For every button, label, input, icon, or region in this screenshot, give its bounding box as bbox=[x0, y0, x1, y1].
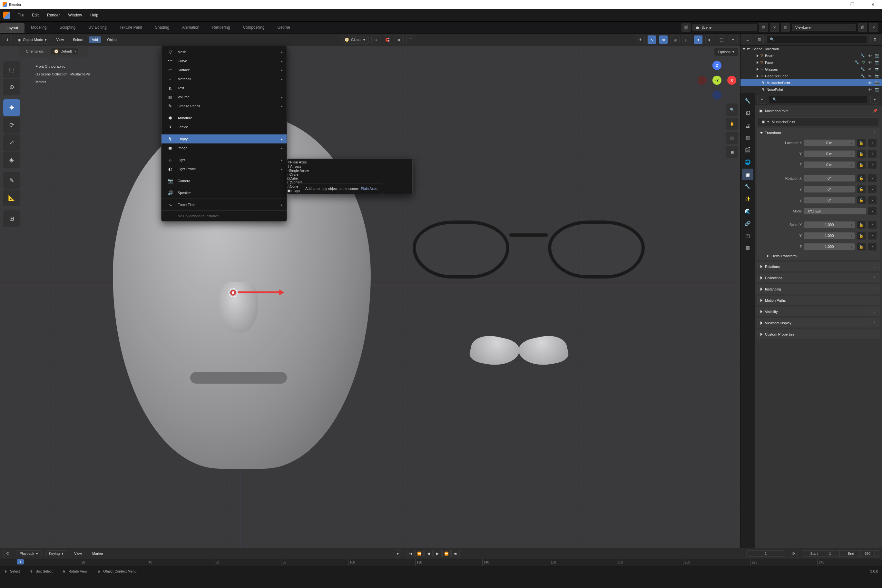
editor-type-button[interactable]: ⬍ bbox=[3, 35, 12, 44]
tool-move[interactable]: ✥ bbox=[3, 99, 20, 116]
viewlayer-browse-button[interactable]: ▥ bbox=[781, 23, 790, 32]
submenu-item[interactable]: ○Circle bbox=[287, 172, 412, 176]
prop-tab-data[interactable]: ◳ bbox=[742, 230, 753, 242]
gizmo-toggle[interactable]: ↖ bbox=[647, 35, 656, 44]
menu-render[interactable]: Render bbox=[43, 12, 63, 19]
window-maximize-button[interactable]: ❐ bbox=[846, 2, 859, 7]
visibility-icon[interactable]: 👁 bbox=[868, 81, 872, 85]
render-icon[interactable]: 📷 bbox=[875, 54, 879, 58]
add-menu-item[interactable]: ✎Grease Pencil▸ bbox=[162, 102, 286, 111]
axis-x-icon[interactable]: X bbox=[727, 76, 736, 85]
render-icon[interactable]: 📷 bbox=[875, 60, 879, 64]
tool-annotate[interactable]: ✎ bbox=[3, 172, 20, 189]
submenu-item[interactable]: □Cube bbox=[287, 176, 412, 180]
options-button[interactable]: Options▾ bbox=[714, 48, 738, 56]
outliner-type-button[interactable]: ≡ bbox=[743, 35, 752, 44]
transform-orientation[interactable]: 🧭Global▾ bbox=[341, 36, 369, 44]
props-type-button[interactable]: ≡ bbox=[757, 95, 766, 104]
tool-add-cube[interactable]: ⊞ bbox=[3, 210, 20, 227]
viewport-menu-select[interactable]: Select bbox=[70, 36, 86, 43]
jump-start-button[interactable]: ⏮ bbox=[406, 550, 415, 557]
panel-header[interactable]: Instancing⋮⋮ bbox=[757, 284, 880, 294]
prop-tab-material[interactable]: ▩ bbox=[742, 242, 753, 254]
disclosure-triangle-icon[interactable] bbox=[742, 48, 746, 50]
outliner-item[interactable]: ↯NosePoint👁📷 bbox=[741, 86, 882, 93]
outliner-filter-button[interactable]: ⚙ bbox=[870, 35, 879, 44]
add-menu-item[interactable]: 〰Curve▸ bbox=[162, 56, 286, 66]
prop-tab-render[interactable]: 🖼 bbox=[742, 107, 753, 119]
overlay-toggle[interactable]: ⊕ bbox=[659, 35, 668, 44]
menu-window[interactable]: Window bbox=[64, 12, 86, 19]
zoom-button[interactable]: 🔍 bbox=[726, 104, 738, 116]
axis-neg-y-icon[interactable]: -Y bbox=[712, 76, 722, 85]
tool-cursor[interactable]: ⊕ bbox=[3, 79, 20, 95]
current-frame-field[interactable]: 1 bbox=[746, 550, 785, 557]
3d-viewport[interactable]: ⬍ ▣Object Mode▾ View Select Add Object 🧭… bbox=[0, 33, 740, 548]
outliner-root[interactable]: 🗀 Scene Collection bbox=[741, 46, 882, 52]
panel-header-transform[interactable]: Transform⋮⋮ bbox=[757, 128, 880, 137]
add-menu-item[interactable]: ↘Force Field▸ bbox=[162, 200, 286, 209]
scene-delete-button[interactable]: ✕ bbox=[770, 23, 779, 32]
vertex-group-icon[interactable]: ▽ bbox=[862, 60, 865, 64]
add-menu-item[interactable]: ∘Metaball▸ bbox=[162, 75, 286, 84]
add-menu-item[interactable]: ☼Light▸ bbox=[162, 155, 286, 164]
props-search[interactable]: 🔍 bbox=[769, 96, 868, 103]
end-frame-field[interactable]: End 250 bbox=[840, 550, 879, 557]
timeline-type-button[interactable]: ⏱ bbox=[3, 549, 12, 558]
workspace-tab-sculpting[interactable]: Sculpting bbox=[53, 22, 82, 33]
camera-view-button[interactable]: 🎥 bbox=[726, 132, 738, 144]
prop-tab-physics[interactable]: 🌊 bbox=[742, 206, 753, 217]
mode-selector[interactable]: ▣Object Mode▾ bbox=[14, 36, 50, 44]
outliner-item[interactable]: ▽Face🔧▽👁📷 bbox=[741, 59, 882, 66]
prop-tab-particle[interactable]: ✨ bbox=[742, 193, 753, 205]
render-icon[interactable]: 📷 bbox=[875, 87, 879, 92]
blender-logo-icon[interactable] bbox=[3, 12, 10, 19]
prop-tab-world[interactable]: 🌐 bbox=[742, 156, 753, 168]
render-icon[interactable]: 📷 bbox=[875, 67, 879, 71]
rotation-y-field[interactable]: 0° bbox=[804, 186, 855, 192]
workspace-tab-compositing[interactable]: Compositing bbox=[237, 22, 271, 33]
mesh-mustache[interactable] bbox=[471, 336, 567, 372]
outliner-item[interactable]: ▽Glasses🔧👁📷 bbox=[741, 66, 882, 72]
location-z-field[interactable]: 0 m bbox=[804, 162, 855, 168]
disclosure-triangle-icon[interactable] bbox=[757, 68, 759, 71]
panel-delta-transform[interactable]: Delta Transform bbox=[757, 252, 880, 260]
disclosure-triangle-icon[interactable] bbox=[757, 54, 759, 57]
menu-edit[interactable]: Edit bbox=[28, 12, 42, 19]
location-x-field[interactable]: 0 m bbox=[804, 140, 855, 146]
disclosure-triangle-icon[interactable] bbox=[757, 75, 759, 78]
shading-options[interactable]: ▾ bbox=[729, 35, 738, 44]
add-menu-item[interactable]: ♯Lattice bbox=[162, 123, 286, 132]
playhead[interactable]: 1 bbox=[17, 559, 24, 564]
keyframe-next-button[interactable]: ⏩ bbox=[442, 550, 451, 557]
add-menu-item[interactable]: 📷Camera bbox=[162, 176, 286, 185]
shading-material[interactable]: ◐ bbox=[705, 35, 714, 44]
mesh-glasses[interactable] bbox=[412, 220, 645, 285]
workspace-tab-animation[interactable]: Animation bbox=[176, 22, 206, 33]
outliner-display-button[interactable]: ▥ bbox=[754, 35, 764, 44]
render-icon[interactable]: 📷 bbox=[875, 74, 879, 78]
object-name-field[interactable]: ▣▾ MustachePoint bbox=[758, 117, 879, 126]
prop-tab-object[interactable]: ▣ bbox=[742, 169, 753, 180]
scale-z-field[interactable]: 1.000 bbox=[804, 243, 855, 250]
axis-neg-z-icon[interactable] bbox=[712, 91, 722, 100]
mesh-nose[interactable] bbox=[219, 282, 258, 333]
panel-header[interactable]: Relations⋮⋮ bbox=[757, 262, 880, 271]
tool-scale[interactable]: ⤢ bbox=[3, 134, 20, 151]
tool-transform[interactable]: ◈ bbox=[3, 152, 20, 168]
prop-tab-constraint[interactable]: 🔗 bbox=[742, 218, 753, 229]
prop-tab-scene[interactable]: 🎬 bbox=[742, 144, 753, 156]
workspace-tab-layout[interactable]: Layout bbox=[0, 23, 24, 33]
submenu-item[interactable]: ↑Single Arrow bbox=[287, 169, 412, 172]
tool-measure[interactable]: 📐 bbox=[3, 189, 20, 206]
menu-file[interactable]: File bbox=[14, 12, 27, 19]
outliner-item[interactable]: ↯MustachePoint👁📷 bbox=[741, 79, 882, 86]
workspace-tab-uvediting[interactable]: UV Editing bbox=[82, 22, 113, 33]
mesh-mouth[interactable] bbox=[190, 372, 287, 384]
modifier-icon[interactable]: 🔧 bbox=[860, 67, 865, 71]
scene-new-button[interactable]: 🗐 bbox=[759, 23, 768, 32]
keyframe-prev-button[interactable]: ⏪ bbox=[415, 550, 424, 557]
axis-neg-x-icon[interactable] bbox=[698, 76, 706, 85]
scene-name-field[interactable]: 🖿Scene bbox=[693, 24, 757, 31]
prop-tab-modifier[interactable]: 🔧 bbox=[742, 181, 753, 192]
